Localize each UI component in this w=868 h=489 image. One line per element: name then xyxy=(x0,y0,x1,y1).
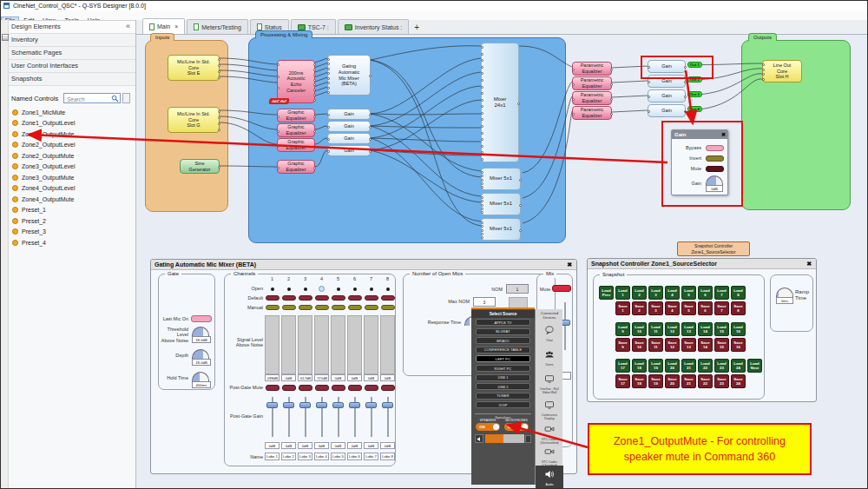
device-users[interactable]: Users xyxy=(536,347,563,367)
source-button-conference-table[interactable]: CONFERENCE TABLE xyxy=(476,347,530,354)
sidebar-section-schematic-pages[interactable]: Schematic Pages xyxy=(9,47,135,60)
manual-button[interactable] xyxy=(282,305,296,310)
search-input[interactable] xyxy=(65,94,114,104)
named-control-item[interactable]: Zone1_OutputMute xyxy=(9,129,135,140)
default-button[interactable] xyxy=(266,295,279,301)
device-conference-display[interactable]: Conference Display xyxy=(536,398,563,420)
volume-up-button[interactable] xyxy=(525,435,531,443)
ramp-time-knob[interactable] xyxy=(776,287,793,297)
sidebar-collapse-button[interactable]: « xyxy=(126,22,130,30)
load-2-button[interactable]: Load2 xyxy=(632,286,647,300)
default-button[interactable] xyxy=(299,295,312,301)
save-12-button[interactable]: Save12 xyxy=(665,338,680,352)
save-21-button[interactable]: Save21 xyxy=(681,374,696,388)
save-2-button[interactable]: Save2 xyxy=(632,301,647,315)
load-20-button[interactable]: Load20 xyxy=(665,359,680,373)
block-output-gain-2[interactable]: Gain xyxy=(648,75,686,88)
tab-meters-testing[interactable]: Meters/Testing xyxy=(187,19,248,34)
named-control-item[interactable]: Zone3_OutputMute xyxy=(9,172,135,183)
block-gating-mic-mixer[interactable]: Gating Automatic Mic Mixer (BETA) xyxy=(327,55,371,96)
post-gate-mute-button[interactable] xyxy=(348,385,362,391)
manual-button[interactable] xyxy=(266,305,279,310)
named-control-item[interactable]: Preset_4 xyxy=(9,237,135,248)
block-output-gain-3[interactable]: Gain xyxy=(648,89,686,102)
save-11-button[interactable]: Save11 xyxy=(648,338,663,352)
device-onevue-rx2-video-wall[interactable]: OneVue : Rx2 Video Wall xyxy=(536,372,563,394)
save-18-button[interactable]: Save18 xyxy=(632,374,647,388)
slider-handle[interactable] xyxy=(382,402,393,408)
source-button-left-pc[interactable]: LEFT PC xyxy=(476,355,530,362)
named-control-item[interactable]: Zone2_OutputMute xyxy=(9,150,135,162)
bypass-button[interactable] xyxy=(706,145,724,151)
volume-speaker-icon[interactable] xyxy=(475,434,483,443)
named-control-item[interactable]: Preset_3 xyxy=(9,227,135,238)
load-17-button[interactable]: Load17 xyxy=(615,359,630,373)
load-13-button[interactable]: Load13 xyxy=(681,322,696,336)
save-13-button[interactable]: Save13 xyxy=(681,338,696,352)
load-11-button[interactable]: Load11 xyxy=(648,322,663,336)
source-button-usb-2[interactable]: USB 2 xyxy=(476,383,530,390)
load-22-button[interactable]: Load22 xyxy=(698,359,713,373)
source-button-right-pc[interactable]: RIGHT PC xyxy=(476,365,530,372)
named-control-item[interactable]: Preset_1 xyxy=(9,205,135,216)
source-button-tuner[interactable]: TUNER xyxy=(476,393,530,400)
named-control-item[interactable]: Zone1_MicMute xyxy=(9,107,135,118)
save-19-button[interactable]: Save19 xyxy=(648,374,663,388)
block-parametric-eq-2[interactable]: Parametric Equalizer xyxy=(572,76,612,90)
manual-button[interactable] xyxy=(348,305,362,310)
sidebar-section-inventory[interactable]: Inventory xyxy=(9,34,135,47)
snapshot-controller-block[interactable]: Snapshot Controller Zone1_SourceSelector xyxy=(677,241,750,256)
max-nom-input[interactable]: 3 xyxy=(473,297,496,307)
save-24-button[interactable]: Save24 xyxy=(731,374,746,388)
toggle-speakers[interactable]: ON xyxy=(476,423,500,431)
load-24-button[interactable]: Load24 xyxy=(731,359,746,373)
block-gain-2[interactable]: Gain xyxy=(327,121,371,132)
post-gate-mute-button[interactable] xyxy=(365,385,378,391)
slider-handle[interactable] xyxy=(365,402,377,408)
block-mixer-5x1-c[interactable]: Mixer 5x1 xyxy=(481,218,521,241)
block-mixer-24x1[interactable]: Mixer 24x1 xyxy=(481,43,519,162)
load-prev-button[interactable]: LoadPrev xyxy=(599,286,614,300)
device-chat[interactable]: Chat xyxy=(536,323,563,342)
block-gain-1[interactable]: Gain xyxy=(327,109,371,120)
slider-handle[interactable] xyxy=(299,402,311,408)
block-graphic-eq-2[interactable]: Graphic Equalizer xyxy=(277,123,315,137)
device-vtc-codec-unclassified-[interactable]: VTC Codec (Unclassified) xyxy=(536,422,563,445)
close-icon[interactable]: ✖ xyxy=(721,131,726,137)
default-button[interactable] xyxy=(315,295,329,301)
tab-main[interactable]: Main× xyxy=(142,18,185,34)
close-icon[interactable]: ✖ xyxy=(567,261,572,268)
block-line-out-slot-h[interactable]: Line Out Core Slot H xyxy=(762,60,802,83)
save-15-button[interactable]: Save15 xyxy=(714,338,729,352)
default-button[interactable] xyxy=(365,295,378,301)
post-gate-mute-button[interactable] xyxy=(381,385,395,391)
load-14-button[interactable]: Load14 xyxy=(698,322,713,336)
block-graphic-eq-4[interactable]: Graphic Equalizer xyxy=(277,160,315,174)
load-12-button[interactable]: Load12 xyxy=(665,322,680,336)
manual-button[interactable] xyxy=(365,305,378,310)
search-filter-button[interactable] xyxy=(122,93,130,103)
post-gate-mute-button[interactable] xyxy=(299,385,312,391)
sidebar-section-user-control-interfaces[interactable]: User Control Interfaces xyxy=(9,60,135,73)
named-control-item[interactable]: Zone4_OutputMute xyxy=(9,194,135,205)
block-graphic-eq-1[interactable]: Graphic Equalizer xyxy=(277,109,315,122)
close-icon[interactable]: ✖ xyxy=(806,261,812,268)
slider-handle[interactable] xyxy=(316,402,327,408)
load-19-button[interactable]: Load19 xyxy=(648,359,663,373)
named-control-item[interactable]: Zone2_OutputLevel xyxy=(9,140,135,151)
source-button-usb-1[interactable]: USB 1 xyxy=(476,374,530,381)
search-box[interactable] xyxy=(63,93,121,103)
threshold-knob[interactable] xyxy=(192,327,209,336)
depth-knob[interactable] xyxy=(192,349,209,359)
block-mic-line-slot-g[interactable]: Mic/Line In Std. Core Slot G xyxy=(168,107,220,133)
save-1-button[interactable]: Save1 xyxy=(615,301,630,315)
load-8-button[interactable]: Load8 xyxy=(731,286,746,300)
block-gain-4[interactable]: Gain xyxy=(327,145,371,156)
toggle-microphones[interactable]: ON xyxy=(504,423,529,431)
load-15-button[interactable]: Load15 xyxy=(714,322,729,336)
named-control-item[interactable]: Zone1_OutputLevel xyxy=(9,118,135,129)
save-3-button[interactable]: Save3 xyxy=(648,301,663,315)
manual-button[interactable] xyxy=(315,305,329,310)
slider-handle[interactable] xyxy=(283,402,294,408)
block-parametric-eq-3[interactable]: Parametric Equalizer xyxy=(572,91,612,105)
